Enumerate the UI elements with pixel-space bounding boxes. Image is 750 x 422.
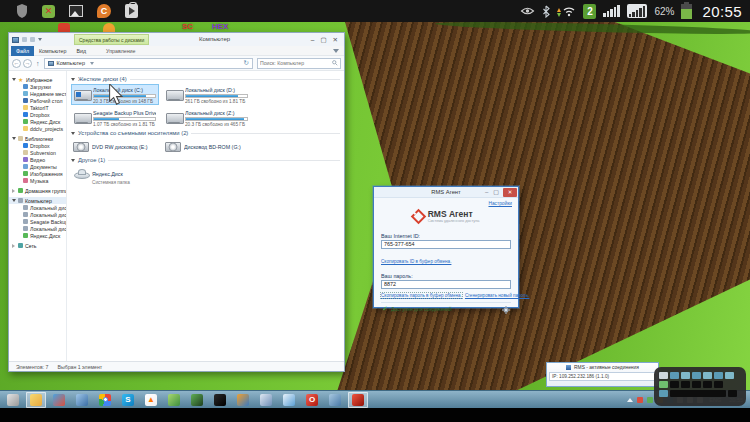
other-item-tile[interactable]: Яндекс.Диск Системная папка <box>71 165 159 182</box>
taskbar-green-tool[interactable] <box>187 392 207 408</box>
skype-icon: S <box>122 394 134 406</box>
contextual-tab-disk-tools[interactable]: Средства работы с дисками <box>74 34 149 45</box>
desktop-icon-hex[interactable]: HEX <box>212 22 228 31</box>
rms-minimize-button[interactable]: – <box>484 187 489 197</box>
sidebar-item[interactable]: ddclv_projects <box>9 125 66 132</box>
taskbar-orange-blue-app[interactable] <box>233 392 253 408</box>
onscreen-keyboard-toggle[interactable] <box>654 367 746 406</box>
up-button[interactable]: ↑ <box>34 60 42 67</box>
sidebar-section[interactable]: ★ Избранное <box>9 76 66 83</box>
desktop-icon-red[interactable] <box>58 23 70 32</box>
tab-file[interactable]: Файл <box>11 46 34 56</box>
forward-button[interactable]: → <box>23 59 32 68</box>
sidebar-item[interactable]: Яндекс.Диск <box>9 232 66 239</box>
maximize-button[interactable]: ▢ <box>320 33 326 46</box>
refresh-icon[interactable]: ↻ <box>244 59 249 67</box>
tray-app-green[interactable] <box>647 397 653 403</box>
taskbar-rms-agent[interactable] <box>348 392 368 408</box>
hidden-icons-chevron[interactable] <box>627 398 633 402</box>
copy-id-link[interactable]: Скопировать ID в буфер обмена. <box>381 259 451 264</box>
group-header-hdd[interactable]: Жесткие диски (4) <box>71 76 340 82</box>
sidebar-item[interactable]: Subversion <box>9 149 66 156</box>
sidebar-item[interactable]: TaktorIT <box>9 104 66 111</box>
removable-drive-tile[interactable]: DVD RW дисковод (E:) <box>71 138 159 155</box>
folder-icon <box>23 226 28 231</box>
taskbar-media-app[interactable] <box>49 392 69 408</box>
desktop-icon-orange[interactable] <box>103 23 115 32</box>
sidebar-item[interactable]: Недавние места <box>9 90 66 97</box>
internet-id-field[interactable] <box>381 240 511 249</box>
drive-tile[interactable]: Seagate Backup Plus Drive (F:) 1,07 ТБ с… <box>71 107 159 128</box>
explorer-window: Средства работы с дисками Компьютер – ▢ … <box>8 32 345 372</box>
rms-settings-link[interactable]: Настройки <box>488 201 512 206</box>
sidebar-item[interactable]: Локальный диск (D:) <box>9 211 66 218</box>
sidebar-section[interactable]: Библиотеки <box>9 135 66 142</box>
removable-drive-tile[interactable]: Дисковод BD-ROM (G:) <box>163 138 251 155</box>
folder-content: Жесткие диски (4) Локальный диск (C:) 20… <box>67 71 344 361</box>
back-button[interactable]: ← <box>12 59 21 68</box>
sidebar-item[interactable]: Dropbox <box>9 111 66 118</box>
tab-view[interactable]: Вид <box>71 46 91 56</box>
sidebar-section[interactable]: Домашняя группа <box>9 187 66 194</box>
taskbar-red-browser[interactable]: O <box>302 392 322 408</box>
tray-app-red[interactable] <box>637 397 643 403</box>
sidebar-item[interactable]: Видео <box>9 156 66 163</box>
quick-access-toolbar[interactable] <box>22 37 42 42</box>
image-viewer-icon <box>168 394 180 406</box>
rms-maximize-button[interactable]: ▢ <box>492 187 500 197</box>
taskbar-system-app[interactable] <box>325 392 345 408</box>
drive-tile[interactable]: Локальный диск (D:) 261 ГБ свободно из 1… <box>163 84 251 105</box>
sidebar-item[interactable]: Яндекс.Диск <box>9 118 66 125</box>
close-button[interactable]: ✕ <box>333 33 338 46</box>
drive-tile[interactable]: Локальный диск (C:) 20,3 ГБ свободно из … <box>71 84 159 105</box>
taskbar-start[interactable] <box>3 392 23 408</box>
taskbar-vlc[interactable]: ▲ <box>141 392 161 408</box>
gear-icon[interactable] <box>502 300 510 318</box>
taskbar-command-prompt[interactable] <box>210 392 230 408</box>
generate-password-link[interactable]: Сгенерировать новый пароль. <box>465 293 529 298</box>
desktop-icon-sc[interactable]: SC <box>182 22 193 31</box>
taskbar-image-viewer[interactable] <box>164 392 184 408</box>
chevron-down-icon[interactable] <box>90 62 94 65</box>
rms-close-button[interactable]: ✕ <box>503 188 517 197</box>
tab-computer[interactable]: Компьютер <box>34 46 71 56</box>
folder-icon <box>23 233 28 238</box>
explorer-status-bar: Элементов: 7 Выбран 1 элемент <box>9 361 344 371</box>
taskbar-blue-doc-app[interactable] <box>279 392 299 408</box>
drive-tile[interactable]: Локальный диск (Z:) 20,3 ГБ свободно из … <box>163 107 251 128</box>
rms-notification[interactable]: RMS - активные соединения IP: 109.252.23… <box>546 362 659 387</box>
password-field[interactable] <box>381 280 511 289</box>
taskbar-virtualbox[interactable] <box>256 392 276 408</box>
drive-name: Локальный диск (Z:) <box>185 110 248 116</box>
search-input[interactable] <box>260 60 332 66</box>
sidebar-item[interactable]: Локальный диск (Z:) <box>9 225 66 232</box>
drive-icon <box>74 88 90 103</box>
sidebar-section[interactable]: Сеть <box>9 242 66 249</box>
sidebar-item[interactable]: Локальный диск (C:) <box>9 204 66 211</box>
taskbar-file-explorer[interactable] <box>26 392 46 408</box>
taskbar-remote-desktop-app[interactable] <box>72 392 92 408</box>
rms-notification-icon <box>566 365 571 370</box>
address-bar[interactable]: Компьютер ↻ <box>44 58 254 69</box>
sidebar-item[interactable]: Рабочий стол <box>9 97 66 104</box>
sidebar-item[interactable]: Seagate Backup Plu <box>9 218 66 225</box>
drive-name: Локальный диск (D:) <box>185 87 248 93</box>
taskbar-skype[interactable]: S <box>118 392 138 408</box>
folder-icon <box>23 157 28 162</box>
sidebar-section[interactable]: Компьютер <box>9 197 66 204</box>
sidebar-item[interactable]: Загрузки <box>9 83 66 90</box>
minimize-button[interactable]: – <box>311 33 315 46</box>
taskbar-chrome[interactable] <box>95 392 115 408</box>
sidebar-item[interactable]: Музыка <box>9 177 66 184</box>
folder-icon <box>23 105 28 110</box>
ribbon-expand-chevron[interactable] <box>333 49 339 53</box>
tab-manage[interactable]: Управление <box>101 46 140 56</box>
drive-free-space: 261 ГБ свободно из 1,81 ТБ <box>185 99 248 103</box>
address-toolbar: ← → ↑ Компьютер ↻ <box>9 56 344 71</box>
copy-password-link[interactable]: Скопировать пароль в буфер обмена. <box>381 293 462 298</box>
group-header-removable[interactable]: Устройства со съемными носителями (2) <box>71 130 340 136</box>
sidebar-item[interactable]: Изображения <box>9 170 66 177</box>
folder-icon <box>23 126 28 131</box>
sidebar-item[interactable]: Документы <box>9 163 66 170</box>
sidebar-item[interactable]: Dropbox <box>9 142 66 149</box>
